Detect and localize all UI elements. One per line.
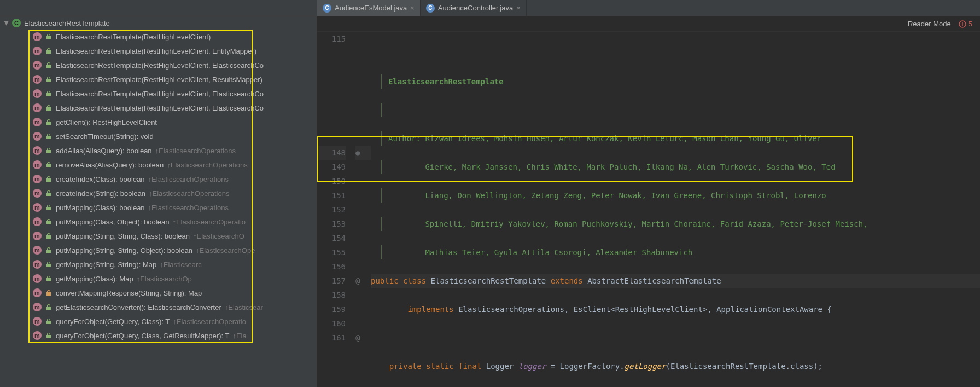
structure-method-item[interactable]: maddAlias(AliasQuery): boolean ↑Elastics… <box>0 143 317 158</box>
method-signature: getClient(): RestHighLevelClient <box>56 118 157 126</box>
method-signature: ElasticsearchRestTemplate(RestHighLevelC… <box>56 33 211 41</box>
structure-method-item[interactable]: mcreateIndex(String): boolean ↑Elasticse… <box>0 186 317 200</box>
method-icon: m <box>33 303 42 311</box>
method-icon: m <box>33 203 42 212</box>
method-icon: m <box>33 232 42 240</box>
structure-method-item[interactable]: mcreateIndex(Class): boolean ↑Elasticsea… <box>0 172 317 186</box>
inherited-from: ↑ElasticsearchOperations <box>167 161 247 169</box>
method-icon: m <box>33 217 42 226</box>
reader-mode-label[interactable]: Reader Mode <box>908 20 951 28</box>
method-signature: ElasticsearchRestTemplate(RestHighLevelC… <box>56 76 262 84</box>
tab-audience-controller[interactable]: C AudienceController.java × <box>421 0 527 16</box>
structure-method-item[interactable]: mElasticsearchRestTemplate(RestHighLevel… <box>0 86 317 101</box>
structure-method-item[interactable]: mputMapping(Class): boolean ↑Elasticsear… <box>0 200 317 215</box>
inherited-from: ↑ElasticsearchOperatio <box>172 218 246 226</box>
java-file-icon: C <box>323 4 331 13</box>
tab-label: AudienceController.java <box>438 4 513 12</box>
structure-sidebar: ▶ C ElasticsearchRestTemplate mElasticse… <box>0 16 317 387</box>
close-icon[interactable]: × <box>516 4 521 12</box>
code-content[interactable]: ElasticsearchRestTemplate Author: Rizwan… <box>371 32 980 387</box>
java-file-icon: C <box>426 4 435 13</box>
structure-method-item[interactable]: mqueryForObject(GetQuery, Class, GetResu… <box>0 328 317 343</box>
method-signature: putMapping(String, String, Class): boole… <box>56 232 190 240</box>
method-signature: queryForObject(GetQuery, Class): T <box>56 317 170 326</box>
method-icon: m <box>33 288 42 297</box>
gutter-override-icon[interactable]: ● <box>355 146 371 160</box>
tree-root-label: ElasticsearchRestTemplate <box>24 19 110 27</box>
chevron-down-icon[interactable]: ▶ <box>4 21 10 25</box>
method-icon: m <box>33 175 42 183</box>
tab-audience-es-model[interactable]: C AudienceEsModel.java × <box>317 0 421 16</box>
method-icon: m <box>33 118 42 126</box>
method-signature: putMapping(String, String, Object): bool… <box>56 246 192 255</box>
method-icon: m <box>33 146 42 155</box>
method-icon: m <box>33 274 42 283</box>
structure-method-item[interactable]: mgetElasticsearchConverter(): Elasticsea… <box>0 300 317 314</box>
method-signature: getMapping(String, String): Map <box>56 261 156 269</box>
inherited-from: ↑ElasticsearchOp <box>137 275 192 283</box>
method-signature: setSearchTimeout(String): void <box>56 132 154 141</box>
method-signature: convertMappingResponse(String, String): … <box>56 289 202 297</box>
structure-method-item[interactable]: mElasticsearchRestTemplate(RestHighLevel… <box>0 30 317 44</box>
method-icon: m <box>33 331 42 340</box>
method-icon: m <box>33 89 42 98</box>
gutter-icons: ● @ @ <box>355 32 371 387</box>
tree-root[interactable]: ▶ C ElasticsearchRestTemplate <box>0 16 317 30</box>
method-icon: m <box>33 317 42 326</box>
structure-method-item[interactable]: mputMapping(String, String, Object): boo… <box>0 243 317 257</box>
editor-tabs: C AudienceEsModel.java × C AudienceContr… <box>0 0 980 16</box>
inherited-from: ↑Elasticsearc <box>160 261 202 269</box>
method-signature: putMapping(Class): boolean <box>56 204 145 212</box>
method-icon: m <box>33 32 42 41</box>
editor-status-bar: Reader Mode 5 <box>317 16 980 32</box>
inherited-from: ↑ElasticsearchOperatio <box>173 317 246 326</box>
method-signature: putMapping(Class, Object): boolean <box>56 218 169 226</box>
structure-method-item[interactable]: mconvertMappingResponse(String, String):… <box>0 286 317 300</box>
method-icon: m <box>33 61 42 70</box>
structure-method-item[interactable]: mputMapping(String, String, Class): bool… <box>0 229 317 243</box>
structure-method-item[interactable]: mputMapping(Class, Object): boolean ↑Ela… <box>0 215 317 229</box>
inherited-from: ↑ElasticsearchOperations <box>148 175 229 183</box>
method-signature: removeAlias(AliasQuery): boolean <box>56 161 164 169</box>
method-signature: ElasticsearchRestTemplate(RestHighLevelC… <box>56 47 256 55</box>
structure-method-item[interactable]: mElasticsearchRestTemplate(RestHighLevel… <box>0 58 317 72</box>
method-icon: m <box>33 132 42 141</box>
method-signature: queryForObject(GetQuery, Class, GetResul… <box>56 332 229 340</box>
method-icon: m <box>33 189 42 198</box>
code-area[interactable]: 115 148 149 150 151 152 153 154 155 156 … <box>317 32 980 387</box>
method-signature: addAlias(AliasQuery): boolean <box>56 147 152 155</box>
method-signature: ElasticsearchRestTemplate(RestHighLevelC… <box>56 61 264 70</box>
structure-method-item[interactable]: mElasticsearchRestTemplate(RestHighLevel… <box>0 72 317 86</box>
tab-label: AudienceEsModel.java <box>335 4 407 12</box>
close-icon[interactable]: × <box>410 4 415 12</box>
class-icon: C <box>12 19 21 27</box>
method-signature: ElasticsearchRestTemplate(RestHighLevelC… <box>56 90 264 98</box>
structure-method-item[interactable]: mqueryForObject(GetQuery, Class): T ↑Ela… <box>0 314 317 328</box>
code-editor: Reader Mode 5 115 148 149 150 151 <box>317 16 980 387</box>
structure-method-item[interactable]: msetSearchTimeout(String): void <box>0 129 317 143</box>
inherited-from: ↑ElasticsearchO <box>193 232 244 240</box>
svg-point-1 <box>962 25 963 26</box>
inherited-from: ↑ElasticsearchOpe <box>196 246 255 255</box>
method-icon: m <box>33 246 42 255</box>
structure-method-item[interactable]: mElasticsearchRestTemplate(RestHighLevel… <box>0 44 317 58</box>
structure-method-item[interactable]: mElasticsearchRestTemplate(RestHighLevel… <box>0 101 317 115</box>
method-icon: m <box>33 260 42 269</box>
method-signature: getElasticsearchConverter(): Elasticsear… <box>56 303 221 311</box>
structure-method-item[interactable]: mgetMapping(String, String): Map ↑Elasti… <box>0 257 317 272</box>
inherited-from: ↑Ela <box>232 332 246 340</box>
method-icon: m <box>33 103 42 112</box>
method-icon: m <box>33 160 42 169</box>
structure-method-item[interactable]: mgetMapping(Class): Map ↑ElasticsearchOp <box>0 272 317 286</box>
structure-method-item[interactable]: mgetClient(): RestHighLevelClient <box>0 115 317 129</box>
structure-method-item[interactable]: mremoveAlias(AliasQuery): boolean ↑Elast… <box>0 158 317 172</box>
inherited-from: ↑ElasticsearchOperations <box>148 204 229 212</box>
method-signature: ElasticsearchRestTemplate(RestHighLevelC… <box>56 104 264 112</box>
tree-children: mElasticsearchRestTemplate(RestHighLevel… <box>0 30 317 343</box>
line-gutter: 115 148 149 150 151 152 153 154 155 156 … <box>317 32 355 387</box>
inherited-from: ↑Elasticsear <box>225 303 263 311</box>
method-icon: m <box>33 75 42 84</box>
method-signature: getMapping(Class): Map <box>56 275 133 283</box>
error-indicator[interactable]: 5 <box>959 20 972 28</box>
inherited-from: ↑ElasticsearchOperations <box>149 189 229 198</box>
